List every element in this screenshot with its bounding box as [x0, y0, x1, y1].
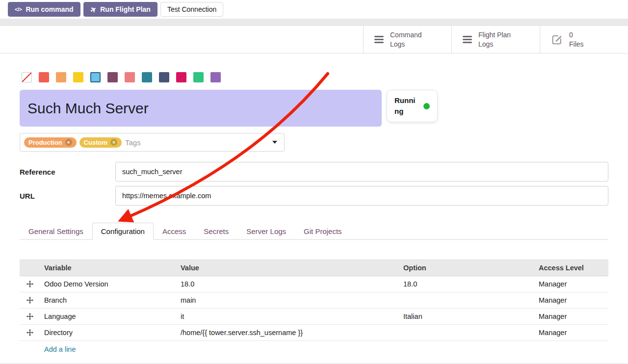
- color-swatch-8[interactable]: [159, 72, 169, 82]
- reference-input[interactable]: [115, 162, 608, 182]
- color-swatch-7[interactable]: [142, 72, 152, 82]
- test-connection-button[interactable]: Test Connection: [160, 2, 223, 17]
- tab-git-projects[interactable]: Git Projects: [295, 223, 351, 240]
- color-swatch-9[interactable]: [176, 72, 186, 82]
- run-flight-plan-label: Run Flight Plan: [100, 5, 151, 13]
- drag-handle-icon[interactable]: [20, 309, 44, 325]
- subheader-strip: [0, 19, 628, 26]
- value-cell[interactable]: /home/{{ tower.server.ssh_username }}: [181, 325, 403, 341]
- add-line-spacer: [20, 341, 44, 358]
- tags-input[interactable]: Production✕Custom✕ Tags: [20, 133, 285, 152]
- tag-custom[interactable]: Custom✕: [79, 137, 122, 148]
- test-connection-label: Test Connection: [167, 5, 216, 13]
- plane-icon: ✈: [89, 4, 98, 14]
- tag-label: Custom: [84, 139, 107, 146]
- command-logs-label: Command Logs: [390, 30, 433, 48]
- tag-remove-icon[interactable]: ✕: [110, 139, 117, 146]
- add-line-row: Add a line: [20, 341, 608, 358]
- color-palette: [20, 72, 608, 82]
- run-command-label: Run command: [26, 5, 73, 13]
- tags-list: Production✕Custom✕: [24, 137, 122, 148]
- table-row[interactable]: Odoo Demo Version18.018.0Manager: [20, 276, 608, 292]
- access-level-cell[interactable]: Manager: [539, 309, 608, 325]
- drag-handle-icon[interactable]: [20, 276, 44, 292]
- access-level-cell[interactable]: Manager: [539, 292, 608, 309]
- topbar: </> Run command ✈ Run Flight Plan Test C…: [0, 0, 628, 19]
- pencil-square-icon: [551, 34, 563, 46]
- table-row[interactable]: Directory/home/{{ tower.server.ssh_usern…: [20, 325, 608, 341]
- color-swatch-4[interactable]: [90, 72, 101, 82]
- color-swatch-5[interactable]: [107, 72, 118, 82]
- option-cell[interactable]: [403, 325, 539, 341]
- column-header-value: Value: [181, 260, 403, 276]
- status-card: Running: [387, 90, 438, 122]
- reference-label: Reference: [20, 168, 115, 176]
- run-command-button[interactable]: </> Run command: [8, 2, 80, 17]
- tag-label: Production: [28, 139, 62, 146]
- handle-column-header: [20, 260, 44, 276]
- status-label: Running: [394, 95, 418, 117]
- table-row[interactable]: LanguageitItalianManager: [20, 309, 608, 325]
- table-header-row: VariableValueOptionAccess Level: [20, 260, 608, 276]
- chevron-down-icon[interactable]: [272, 141, 277, 144]
- tab-configuration[interactable]: Configuration: [92, 223, 154, 240]
- option-cell[interactable]: [403, 292, 539, 309]
- value-cell[interactable]: 18.0: [181, 276, 403, 292]
- drag-handle-icon[interactable]: [20, 325, 44, 341]
- variable-cell[interactable]: Directory: [44, 325, 181, 341]
- files-button[interactable]: 0 Files: [540, 26, 628, 53]
- option-cell[interactable]: 18.0: [403, 276, 539, 292]
- list-icon: [463, 36, 472, 43]
- add-line-link[interactable]: Add a line: [44, 345, 76, 353]
- tab-secrets[interactable]: Secrets: [195, 223, 237, 240]
- tabs: General SettingsConfigurationAccessSecre…: [20, 223, 608, 240]
- reference-field-row: Reference: [20, 162, 608, 182]
- variable-cell[interactable]: Odoo Demo Version: [44, 276, 181, 292]
- content: Running Production✕Custom✕ Tags Referenc…: [0, 72, 628, 358]
- run-flight-plan-button[interactable]: ✈ Run Flight Plan: [83, 2, 157, 17]
- value-cell[interactable]: it: [181, 309, 403, 325]
- code-icon: </>: [15, 6, 22, 12]
- access-level-cell[interactable]: Manager: [539, 276, 608, 292]
- column-header-option: Option: [403, 260, 539, 276]
- option-cell[interactable]: Italian: [403, 309, 539, 325]
- files-label: Files: [569, 40, 584, 49]
- column-header-access-level: Access Level: [539, 260, 608, 276]
- access-level-cell[interactable]: Manager: [539, 325, 608, 341]
- status-dot: [423, 103, 430, 109]
- flight-plan-logs-button[interactable]: Flight Plan Logs: [451, 26, 540, 53]
- tag-remove-icon[interactable]: ✕: [65, 139, 72, 146]
- tag-production[interactable]: Production✕: [24, 137, 77, 148]
- column-header-variable: Variable: [44, 260, 181, 276]
- tags-placeholder: Tags: [125, 138, 141, 147]
- color-swatch-11[interactable]: [210, 72, 221, 82]
- drag-handle-icon[interactable]: [20, 292, 44, 309]
- table-row[interactable]: BranchmainManager: [20, 292, 608, 309]
- tab-access[interactable]: Access: [154, 223, 195, 240]
- url-label: URL: [20, 192, 115, 200]
- color-swatch-6[interactable]: [125, 72, 135, 82]
- table-body: Odoo Demo Version18.018.0ManagerBranchma…: [20, 276, 608, 341]
- flight-plan-logs-label: Flight Plan Logs: [478, 30, 522, 48]
- header-stats: Command Logs Flight Plan Logs 0 Files: [0, 26, 628, 53]
- url-field-row: URL: [20, 186, 608, 206]
- color-swatch-3[interactable]: [73, 72, 83, 82]
- color-swatch-2[interactable]: [56, 72, 66, 82]
- color-swatch-0[interactable]: [22, 72, 32, 82]
- tab-general-settings[interactable]: General Settings: [20, 223, 92, 240]
- variable-cell[interactable]: Branch: [44, 292, 181, 309]
- list-icon: [374, 36, 384, 43]
- configuration-table: VariableValueOptionAccess Level Odoo Dem…: [20, 260, 608, 358]
- page: </> Run command ✈ Run Flight Plan Test C…: [0, 0, 628, 364]
- variable-cell[interactable]: Language: [44, 309, 181, 325]
- value-cell[interactable]: main: [181, 292, 403, 309]
- url-input[interactable]: [115, 186, 608, 206]
- tab-server-logs[interactable]: Server Logs: [237, 223, 295, 240]
- color-swatch-1[interactable]: [39, 72, 49, 82]
- files-count: 0: [569, 30, 584, 39]
- command-logs-button[interactable]: Command Logs: [363, 26, 451, 53]
- color-swatch-10[interactable]: [193, 72, 204, 82]
- server-name-input[interactable]: [20, 90, 382, 127]
- server-name-row: Running: [20, 90, 608, 127]
